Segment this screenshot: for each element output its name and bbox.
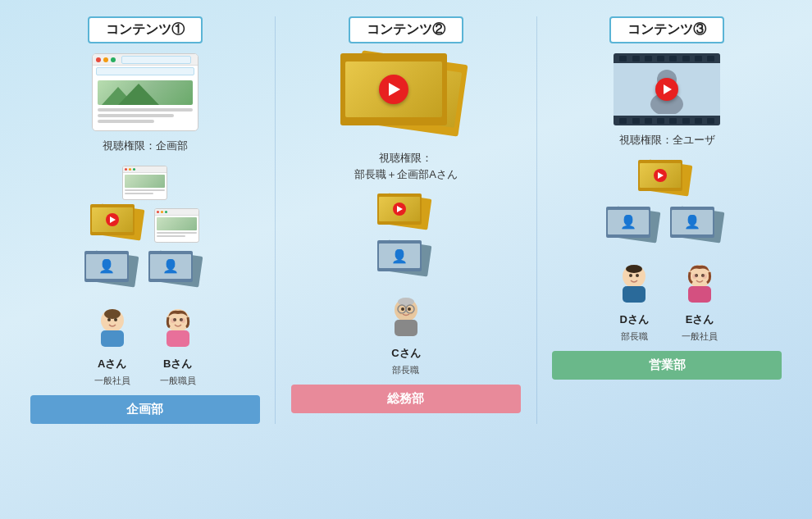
film-hole-sq: [669, 118, 677, 124]
dot-red: [96, 57, 101, 62]
mini-web-line: [125, 193, 153, 194]
film-holes-top: [614, 53, 720, 63]
film-hole-sq: [657, 118, 664, 124]
film-hole-sq: [632, 56, 640, 61]
content1-dept: 企画部: [30, 395, 260, 424]
person-a-role: 一般社員: [94, 375, 130, 387]
film-hole-sq: [682, 118, 690, 124]
column-content1: コンテンツ① 視聴権限：企: [30, 16, 260, 424]
mini-person-silhouette4: 👤: [620, 214, 636, 230]
film-hole-sq: [695, 56, 702, 61]
divider2: [536, 16, 537, 424]
mini-play-triangle3: [397, 206, 403, 212]
web-line: [98, 114, 174, 117]
mini-dot-red2: [157, 211, 159, 213]
mini-web-line2: [157, 235, 185, 237]
mini-film-person-icon1: 👤: [84, 251, 142, 294]
film-hole-sq: [657, 56, 664, 61]
web-content: [93, 77, 198, 129]
person-a-name: Aさん: [98, 357, 126, 371]
person-d-name: Dさん: [619, 312, 648, 327]
svg-point-11: [171, 318, 176, 323]
svg-point-4: [107, 318, 111, 321]
web-line: [98, 108, 193, 112]
mini-play-button: [106, 213, 119, 226]
mini-dot-yellow2: [161, 211, 163, 213]
mini-dot-green: [133, 168, 135, 171]
column-content2: コンテンツ② 視聴権限：部長職＋企画部Aさん: [291, 16, 521, 413]
person-a: Aさん 一般社員: [88, 304, 137, 387]
main-layout: コンテンツ① 視聴権限：企: [0, 0, 812, 432]
content2-title: コンテンツ②: [349, 16, 463, 43]
mini-film-person-front5: 👤: [670, 207, 714, 238]
film3-play-button: [655, 78, 678, 101]
play-button-front: [379, 75, 408, 104]
svg-rect-31: [688, 286, 711, 303]
mini-film-person-image: 👤: [86, 254, 127, 279]
dot-yellow: [103, 57, 108, 62]
mini-person-silhouette: 👤: [98, 258, 115, 274]
play-triangle-front: [389, 83, 400, 96]
svg-point-17: [401, 307, 404, 311]
svg-point-29: [636, 274, 639, 277]
web-lines: [98, 108, 193, 123]
content3-permission: 視聴権限：全ユーザ: [619, 132, 715, 148]
film-hole-sq: [707, 118, 714, 124]
content2-permission: 視聴権限：部長職＋企画部Aさん: [354, 150, 458, 182]
person-e: Eさん 一般社員: [675, 260, 724, 343]
web-urlbar: [121, 56, 191, 64]
avatar-male2: [609, 260, 659, 309]
small-icons-row3: 👤 👤: [84, 251, 206, 294]
film-hole-sq: [682, 56, 690, 61]
person-b-role: 一般職員: [160, 375, 196, 387]
svg-rect-7: [167, 330, 189, 347]
web-titlebar: [93, 54, 198, 66]
mini-film-person-front3: 👤: [377, 240, 422, 271]
film-holes-bottom: [614, 116, 720, 125]
mini-film-person-front: 👤: [84, 251, 129, 282]
avatar-female: [153, 304, 203, 353]
mini-person-silhouette2: 👤: [162, 258, 179, 274]
person-c-role: 部長職: [392, 364, 419, 376]
person-e-name: Eさん: [686, 312, 714, 327]
mini-film-play-icon2: [377, 193, 435, 236]
dot-green: [111, 57, 116, 62]
svg-rect-25: [623, 286, 645, 303]
mini-film-person-icon4: 👤: [606, 207, 664, 249]
mini-film-front3: [377, 193, 422, 225]
person-c-name: Cさん: [391, 346, 420, 361]
film-single-content: [614, 63, 720, 116]
content3-persons: Dさん 部長職 Eさん 一般社員: [609, 260, 724, 343]
mini-film-person-front4: 👤: [606, 207, 650, 238]
mini-film-person-icon2: 👤: [148, 251, 206, 294]
mountain2: [118, 84, 159, 105]
film-strip-front: [340, 53, 447, 125]
content1-permission: 視聴権限：企画部: [103, 138, 188, 154]
content2-row2: 👤: [377, 240, 435, 283]
content2-icon: [340, 53, 472, 143]
film-hole-sq: [645, 118, 652, 124]
mini-film-person-image4: 👤: [608, 210, 649, 234]
svg-point-12: [180, 318, 185, 323]
svg-point-36: [702, 274, 707, 279]
content2-persons: Cさん 部長職: [381, 294, 431, 376]
svg-point-28: [629, 274, 632, 277]
svg-point-18: [408, 307, 411, 311]
mini-film-image: [92, 207, 133, 232]
mini-web-icon2: [154, 208, 199, 243]
mini-dot-yellow: [129, 168, 131, 171]
mini-play-button4: [654, 169, 667, 182]
film3-play-triangle: [664, 84, 672, 94]
film-hole-sq: [632, 118, 640, 124]
svg-point-5: [114, 318, 117, 321]
content1-persons: Aさん 一般社員 Bさん 一: [88, 304, 203, 387]
mini-film-play-icon3: [638, 160, 696, 203]
content2-dept: 総務部: [291, 385, 521, 413]
mini-play-triangle: [110, 216, 116, 223]
content3-small-icons: 👤 👤: [606, 160, 728, 249]
svg-point-16: [398, 298, 414, 306]
web-hero-image: [98, 80, 193, 105]
mini-play-button3: [393, 203, 406, 216]
mini-web-line2: [157, 232, 197, 234]
divider1: [275, 16, 276, 424]
